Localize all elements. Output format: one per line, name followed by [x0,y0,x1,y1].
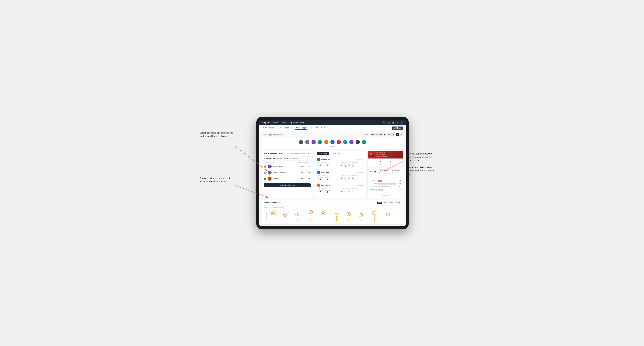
grid-view-icon[interactable]: ⊞ [387,133,391,136]
ott-filter-button[interactable]: OTT [377,201,382,204]
pac-player-2: Rees Britt [317,171,329,174]
list-view-icon[interactable]: ☰ [392,133,395,136]
arrow-icon: → [384,161,387,164]
avatar-7[interactable]: AK [336,140,341,145]
avatar-1[interactable]: RB [298,140,304,145]
rank-badge-2: 2 [264,172,266,174]
main-content: Team Clippd 14 Players ✏️ Show: Last 3 m… [259,131,406,226]
avatar-9[interactable]: MH [349,140,354,145]
scoring-players-filter[interactable]: All Players ▼ [391,169,401,174]
pac-player-1: Blair McHarg [317,158,331,161]
streak-point-1: 7x [271,211,275,221]
streaks-title: Best Round Streaks [264,202,280,204]
least-active-tab[interactable]: Least Active [329,152,341,155]
streak-point-7: 4x [347,212,351,221]
streak-point-4: 5x [309,210,313,221]
subnav-all-players[interactable]: All Players [316,127,325,130]
nav-my-performance[interactable]: My Performance [290,121,304,124]
avatar-11[interactable]: DK [362,140,366,145]
avatar-4[interactable]: BM [318,140,322,145]
most-active-tab[interactable]: Most Active [317,152,329,155]
streaks-header: Best Round Streaks OTT APP ARG PUTT [262,200,403,206]
show-filter: Show: Last 3 months ⊞ ☰ ▦ ≡ [363,133,404,136]
bar-eagles [378,177,378,179]
player-avatar-3 [268,177,272,181]
pac-rounds-2: Total Rounds Tournament 8 Practice [317,175,340,180]
nav-teams[interactable]: Teams [281,121,287,124]
bar-pars [378,183,396,184]
search-icon[interactable]: 🔍 [383,121,386,124]
practice-leaderboards-card: Practice Leaderboards PUTT Must Make Put… [262,151,313,198]
streak-point-3: 6x [296,212,299,221]
scoring-filter[interactable]: Par 3, 4 & 5s ▼ [378,169,390,174]
streaks-chart: Fairway Accuracy 7x 6x [262,209,403,224]
avatar-8[interactable]: TL [343,140,348,145]
nav-links: Home Teams My Performance [273,121,379,124]
view-full-leaderboard-button[interactable]: View Full Leaderboard [264,183,310,187]
pac-player-3: Josh Coles [317,183,330,187]
pac-header-1: Blair McHarg 26 Aug 2023 [317,158,364,161]
avatar-3[interactable]: CM [311,140,316,145]
shot-details: Shot Dist: 16 yds Start Lie: Rough End L… [376,152,387,158]
chart-x-label: Total Shots [370,195,401,196]
pac-activities-2: Total Practice Activities OTT0 APP0 ARG0… [341,175,364,180]
card-view-icon[interactable]: ▦ [396,133,399,136]
bar-bogeys [378,185,390,187]
leaderboard-filter[interactable]: PUTT Must Make Putting ... ▼ [286,152,310,155]
pac-activities-3: Total Practice Activities OTT0 APP0 ARG0… [341,188,364,193]
leaderboard-row-2[interactable]: 2 Edward Crossman 18/20 107 [262,170,313,176]
pac-name-2: Rees Britt [322,172,329,173]
people-icon[interactable]: 👥 [387,121,390,124]
detail-view-icon[interactable]: ≡ [400,133,404,136]
putt-filter-button[interactable]: PUTT [395,201,401,204]
annotation-bottom-left: See who is the most and least active amo… [200,176,234,183]
annotation-top-left: Select a practice drill and see the lead… [200,131,234,138]
brand-logo: clippd [262,121,270,124]
streak-point-10: 3x [386,212,390,221]
streak-point-8: 4x [359,213,363,221]
leaderboard-title: Practice Leaderboards [264,153,283,155]
app-filter-button[interactable]: APP [383,201,388,204]
settings-icon[interactable]: ⚙ [396,121,398,124]
avatar-10[interactable]: PW [355,140,360,145]
shot-stat-header: 198 SC Shot Dist: 16 yds Start Lie: Roug… [368,151,403,159]
edit-team-icon[interactable]: ✏️ [282,134,284,136]
nav-home[interactable]: Home [273,121,278,124]
streak-points-container: 7x 6x 6x [266,210,402,221]
streaks-filters: OTT APP ARG PUTT [377,201,401,204]
user-icon[interactable]: 👤 [400,121,403,124]
pac-header-2: Rees Britt 02 Sep 2023 [317,171,364,174]
subnav-pgat[interactable]: PGAT Players [262,127,274,130]
leaderboard-subtitle: PUTT Must Make Putting (3-6 ft), Last 3 … [262,157,313,161]
subnav-tour[interactable]: Tour [310,127,313,130]
best-round-streaks-card: Best Round Streaks OTT APP ARG PUTT Off … [262,200,404,224]
bell-icon[interactable]: 🔔 [392,121,394,124]
right-column: 198 SC Shot Dist: 16 yds Start Lie: Roug… [368,151,404,198]
activity-tabs: Most Active Least Active [315,151,366,156]
subnav-pga[interactable]: PGA [277,127,281,130]
activity-card: Most Active Least Active Blair McHarg 26… [315,151,366,198]
leaderboard-row-3[interactable]: 3 Cameron... 17/20 103 [262,176,313,182]
subnav-hcaps[interactable]: Hcaps 1-5 [284,127,292,130]
avatars-row: RB EC CM BM RB JC AK TL MH PW DK [298,140,366,145]
subnav-team-clippd[interactable]: Team Clippd [295,127,306,130]
player-avatar-2 [268,171,272,174]
streak-point-9: 3x [372,211,376,221]
pac-stats-1: Total Rounds Tournament 7 Practice [317,162,364,168]
avatar-2[interactable]: EC [305,140,310,145]
player-name-3: Cameron... [273,178,300,180]
end-yds-circle: 0 yds [388,160,394,165]
player-name-1: Richard Butler [273,166,300,168]
player-score-3: 17/20 [301,178,305,180]
avatars-section: RB EC CM BM RB JC AK TL MH PW DK Players [262,138,404,149]
add-team-button[interactable]: Add Team [392,127,403,130]
annotation-top-right: Here you can see how theteam have scored… [406,152,446,176]
avatar-5[interactable]: RB [324,140,329,145]
leaderboard-row-1[interactable]: 🏆 Richard Butler 19/20 110 [262,164,313,170]
rank-badge-3: 3 [264,177,266,180]
arg-filter-button[interactable]: ARG [389,201,394,204]
shot-yds: 16 yds → 0 yds [368,159,403,166]
rank-badge-1: 🏆 [264,165,266,168]
time-filter-select[interactable]: Last 3 months [370,133,386,136]
avatar-6[interactable]: JC [330,140,335,145]
